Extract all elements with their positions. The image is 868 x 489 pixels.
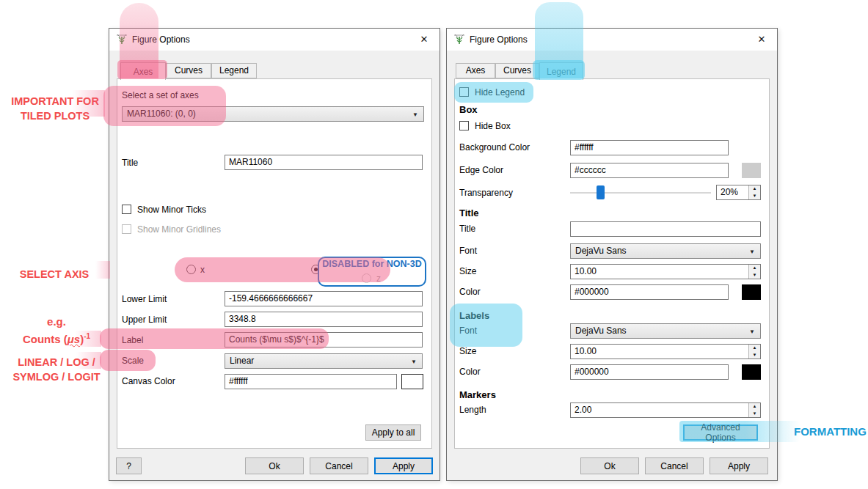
axis-label-label: Label bbox=[122, 335, 143, 345]
show-minor-ticks-label: Show Minor Ticks bbox=[137, 205, 206, 215]
axis-z-label: z bbox=[376, 273, 381, 284]
title-font-dropdown[interactable]: DejaVu Sans ▼ bbox=[570, 243, 761, 259]
length-spinner[interactable]: 2.00 ▲▼ bbox=[570, 402, 761, 418]
legend-title-label: Title bbox=[459, 224, 475, 234]
chevron-down-icon: ▼ bbox=[749, 325, 755, 339]
labels-color-input[interactable]: #000000 bbox=[570, 364, 729, 380]
advanced-options-button[interactable]: Advanced Options bbox=[683, 424, 758, 441]
spin-down-icon[interactable]: ▼ bbox=[749, 193, 760, 200]
spin-down-icon[interactable]: ▼ bbox=[749, 272, 760, 279]
ok-button[interactable]: Ok bbox=[580, 457, 639, 474]
spinner-buttons[interactable]: ▲▼ bbox=[748, 185, 760, 199]
annotation-formatting: FORMATTING bbox=[794, 425, 867, 438]
mu-s-italic: μs bbox=[68, 333, 80, 345]
labels-font-label: Font bbox=[459, 326, 477, 336]
title-input[interactable]: MAR11060 bbox=[225, 155, 423, 170]
screenshot-root: IMPORTANT FOR TILED PLOTS SELECT AXIS e.… bbox=[0, 0, 868, 489]
chevron-down-icon: ▼ bbox=[411, 355, 417, 369]
title-color-input[interactable]: #000000 bbox=[570, 284, 729, 300]
edge-color-label: Edge Color bbox=[459, 165, 503, 175]
apply-button[interactable]: Apply bbox=[710, 457, 768, 474]
spinner-buttons[interactable]: ▲▼ bbox=[748, 403, 760, 417]
close-icon[interactable]: ✕ bbox=[746, 29, 777, 51]
title-size-label: Size bbox=[459, 266, 476, 276]
title-label: Title bbox=[122, 158, 138, 168]
title-color-label: Color bbox=[459, 287, 481, 297]
show-minor-gridlines-label: Show Minor Gridlines bbox=[137, 224, 221, 235]
labels-size-label: Size bbox=[459, 346, 476, 356]
labels-color-swatch[interactable] bbox=[742, 364, 761, 380]
annotation-select-axis: SELECT AXIS bbox=[3, 267, 106, 282]
hide-legend-checkbox[interactable] bbox=[459, 87, 469, 97]
tab-axes[interactable]: Axes bbox=[120, 62, 166, 80]
title-color-swatch[interactable] bbox=[742, 284, 761, 300]
chevron-down-icon: ▼ bbox=[749, 245, 755, 259]
figure-options-dialog-axes: Figure Options ✕ Axes Curves Legend Sele… bbox=[109, 28, 440, 481]
canvas-color-input[interactable]: #ffffff bbox=[225, 374, 397, 389]
matplotlib-icon bbox=[116, 34, 128, 45]
spin-up-icon[interactable]: ▲ bbox=[749, 345, 760, 352]
labels-font-dropdown[interactable]: DejaVu Sans ▼ bbox=[570, 323, 761, 339]
cancel-button[interactable]: Cancel bbox=[310, 457, 368, 474]
window-title: Figure Options bbox=[132, 29, 190, 51]
edge-color-input[interactable]: #cccccc bbox=[570, 163, 729, 178]
ok-button[interactable]: Ok bbox=[245, 457, 304, 474]
window-title: Figure Options bbox=[470, 29, 528, 51]
title-size-spinner[interactable]: 10.00 ▲▼ bbox=[570, 264, 761, 279]
chevron-down-icon: ▼ bbox=[412, 108, 418, 122]
box-section-header: Box bbox=[459, 104, 478, 115]
transparency-spinner[interactable]: 20% ▲▼ bbox=[716, 185, 761, 200]
axis-x-radio[interactable] bbox=[186, 265, 196, 274]
transparency-slider[interactable] bbox=[570, 185, 711, 199]
show-minor-ticks-checkbox[interactable] bbox=[122, 205, 131, 214]
spin-down-icon[interactable]: ▼ bbox=[749, 411, 760, 418]
length-label: Length bbox=[459, 405, 486, 415]
apply-to-all-button[interactable]: Apply to all bbox=[365, 424, 421, 441]
scale-dropdown[interactable]: Linear ▼ bbox=[225, 353, 423, 369]
background-color-input[interactable]: #ffffff bbox=[570, 140, 729, 155]
upper-limit-input[interactable]: 3348.8 bbox=[225, 312, 423, 327]
annotation-line: SELECT AXIS bbox=[3, 267, 106, 282]
titlebar[interactable]: Figure Options ✕ bbox=[447, 29, 777, 51]
background-color-label: Background Color bbox=[459, 142, 530, 152]
close-icon[interactable]: ✕ bbox=[409, 29, 440, 51]
upper-limit-label: Upper Limit bbox=[122, 315, 167, 325]
cancel-button[interactable]: Cancel bbox=[645, 457, 704, 474]
spin-up-icon[interactable]: ▲ bbox=[749, 403, 760, 411]
tab-legend[interactable]: Legend bbox=[211, 63, 257, 78]
edge-color-swatch[interactable] bbox=[742, 163, 761, 178]
hide-box-checkbox[interactable] bbox=[459, 121, 469, 130]
annotation-important-tiled-plots: IMPORTANT FOR TILED PLOTS bbox=[3, 94, 107, 123]
canvas-color-swatch[interactable] bbox=[401, 374, 423, 389]
title-section-header: Title bbox=[459, 207, 479, 218]
axis-label-input[interactable]: Counts ($\mu s$)$^{-1}$ bbox=[225, 332, 423, 348]
scale-label: Scale bbox=[122, 356, 144, 366]
select-axes-label: Select a set of axes bbox=[122, 90, 199, 100]
tab-curves[interactable]: Curves bbox=[166, 63, 211, 78]
labels-section-header: Labels bbox=[459, 310, 489, 321]
spin-down-icon[interactable]: ▼ bbox=[749, 352, 760, 359]
transparency-label: Transparency bbox=[459, 188, 513, 198]
legend-title-input[interactable] bbox=[570, 221, 761, 237]
slider-handle[interactable] bbox=[597, 185, 605, 199]
tab-axes[interactable]: Axes bbox=[456, 63, 495, 78]
spinner-buttons[interactable]: ▲▼ bbox=[748, 345, 760, 359]
axes-select-dropdown[interactable]: MAR11060: (0, 0) ▼ bbox=[122, 106, 424, 122]
canvas-color-label: Canvas Color bbox=[122, 376, 175, 386]
titlebar[interactable]: Figure Options ✕ bbox=[109, 29, 440, 51]
annotation-line: Counts (μs)-1 bbox=[3, 329, 110, 347]
spin-up-icon[interactable]: ▲ bbox=[749, 185, 760, 193]
apply-button[interactable]: Apply bbox=[374, 457, 433, 474]
annotation-line: TILED PLOTS bbox=[3, 109, 107, 123]
tab-curves[interactable]: Curves bbox=[495, 63, 539, 78]
labels-size-spinner[interactable]: 10.00 ▲▼ bbox=[570, 344, 761, 359]
tab-legend[interactable]: Legend bbox=[539, 62, 583, 80]
spinner-buttons[interactable]: ▲▼ bbox=[748, 265, 760, 279]
axis-x-label: x bbox=[200, 265, 205, 275]
annotation-line: LINEAR / LOG / bbox=[1, 355, 112, 369]
annotation-line: SYMLOG / LOGIT bbox=[1, 369, 112, 384]
help-button[interactable]: ? bbox=[116, 457, 142, 474]
lower-limit-input[interactable]: -159.4666666666667 bbox=[225, 291, 423, 306]
spin-up-icon[interactable]: ▲ bbox=[749, 265, 760, 272]
show-minor-gridlines-checkbox bbox=[122, 224, 131, 234]
